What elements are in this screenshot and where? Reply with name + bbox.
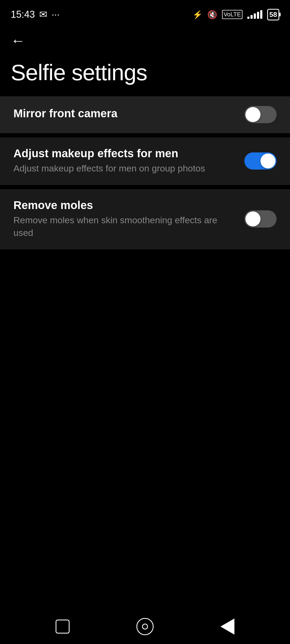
adjust-makeup-effects-title: Adjust makeup effects for men (13, 147, 236, 160)
toggle-thumb (260, 153, 276, 169)
remove-moles-text: Remove moles Remove moles when skin smoo… (13, 199, 244, 239)
back-nav-button[interactable] (217, 616, 238, 637)
battery-icon: 58 (267, 9, 279, 20)
bottom-nav (0, 609, 290, 644)
mute-icon: 🔇 (207, 10, 217, 19)
remove-moles-toggle[interactable] (244, 210, 277, 228)
separator-2 (0, 185, 290, 189)
toggle-thumb (245, 211, 260, 226)
status-bar: 15:43 ✉ ··· ⚡ 🔇 VoLTE 58 (0, 0, 290, 24)
home-button[interactable] (134, 616, 156, 637)
remove-moles-subtitle: Remove moles when skin smoothening effec… (13, 214, 236, 239)
status-right: ⚡ 🔇 VoLTE 58 (193, 9, 279, 20)
mirror-front-camera-item[interactable]: Mirror front camera (0, 96, 290, 133)
page-title: Selfie settings (0, 52, 290, 96)
recents-icon (56, 620, 70, 634)
home-icon (136, 618, 154, 635)
mirror-front-camera-text: Mirror front camera (13, 107, 244, 122)
recents-button[interactable] (52, 616, 73, 637)
adjust-makeup-effects-text: Adjust makeup effects for men Adjust mak… (13, 147, 244, 175)
email-icon: ✉ (39, 9, 47, 20)
adjust-makeup-effects-item[interactable]: Adjust makeup effects for men Adjust mak… (0, 137, 290, 185)
separator-1 (0, 133, 290, 137)
adjust-makeup-effects-subtitle: Adjust makeup effects for men on group p… (13, 162, 236, 175)
signal-icon (247, 10, 262, 19)
status-left: 15:43 ✉ ··· (11, 9, 60, 20)
more-icon: ··· (52, 9, 60, 20)
back-button[interactable]: ← (0, 24, 290, 52)
status-time: 15:43 (11, 9, 35, 20)
bluetooth-icon: ⚡ (193, 10, 202, 19)
mirror-front-camera-toggle[interactable] (244, 106, 277, 123)
back-nav-icon (220, 619, 234, 635)
remove-moles-item[interactable]: Remove moles Remove moles when skin smoo… (0, 189, 290, 249)
adjust-makeup-effects-toggle[interactable] (244, 152, 277, 170)
mirror-front-camera-title: Mirror front camera (13, 107, 236, 120)
toggle-thumb (245, 107, 260, 122)
home-icon-inner (142, 624, 148, 630)
volte-icon: VoLTE (222, 10, 242, 19)
remove-moles-title: Remove moles (13, 199, 236, 212)
